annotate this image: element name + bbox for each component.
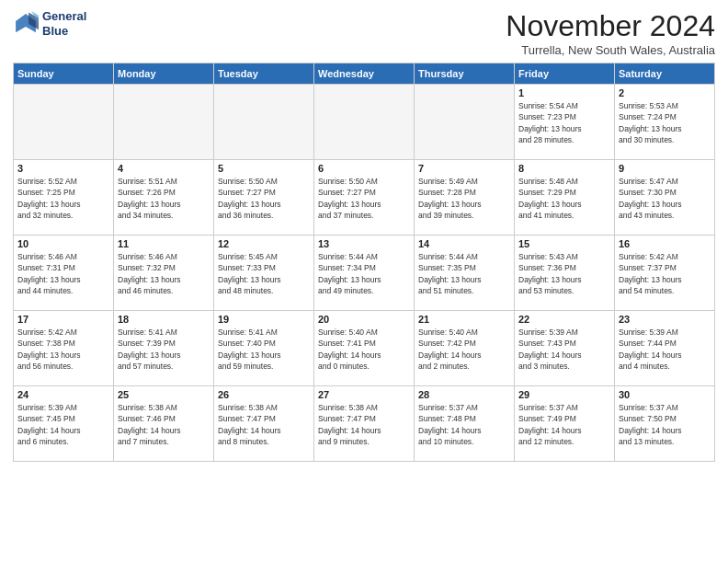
col-header-monday: Monday xyxy=(114,63,214,85)
day-cell: 21Sunrise: 5:40 AMSunset: 7:42 PMDayligh… xyxy=(415,311,515,386)
day-number: 18 xyxy=(118,314,210,325)
day-cell: 15Sunrise: 5:43 AMSunset: 7:36 PMDayligh… xyxy=(515,236,615,311)
day-cell: 8Sunrise: 5:48 AMSunset: 7:29 PMDaylight… xyxy=(515,160,615,236)
day-cell xyxy=(314,85,415,160)
day-number: 29 xyxy=(518,389,610,400)
week-row-3: 10Sunrise: 5:46 AMSunset: 7:31 PMDayligh… xyxy=(14,236,715,311)
week-row-5: 24Sunrise: 5:39 AMSunset: 7:45 PMDayligh… xyxy=(14,386,715,462)
page: General Blue November 2024 Turrella, New… xyxy=(0,0,728,563)
subtitle: Turrella, New South Wales, Australia xyxy=(506,43,715,57)
day-info: Sunrise: 5:46 AMSunset: 7:32 PMDaylight:… xyxy=(118,251,210,296)
day-number: 12 xyxy=(218,238,310,249)
day-number: 13 xyxy=(318,238,410,249)
day-number: 25 xyxy=(118,389,210,400)
day-info: Sunrise: 5:37 AMSunset: 7:50 PMDaylight:… xyxy=(619,402,711,447)
day-number: 14 xyxy=(418,238,510,249)
day-info: Sunrise: 5:54 AMSunset: 7:23 PMDaylight:… xyxy=(518,100,610,145)
day-cell: 18Sunrise: 5:41 AMSunset: 7:39 PMDayligh… xyxy=(114,311,214,386)
day-cell: 19Sunrise: 5:41 AMSunset: 7:40 PMDayligh… xyxy=(214,311,314,386)
col-header-tuesday: Tuesday xyxy=(214,63,314,85)
day-cell: 5Sunrise: 5:50 AMSunset: 7:27 PMDaylight… xyxy=(214,160,314,236)
day-number: 26 xyxy=(218,389,310,400)
day-cell xyxy=(114,85,214,160)
day-number: 8 xyxy=(518,163,610,174)
day-info: Sunrise: 5:41 AMSunset: 7:40 PMDaylight:… xyxy=(218,327,310,372)
day-number: 9 xyxy=(619,163,711,174)
day-cell: 16Sunrise: 5:42 AMSunset: 7:37 PMDayligh… xyxy=(615,236,715,311)
day-info: Sunrise: 5:47 AMSunset: 7:30 PMDaylight:… xyxy=(619,176,711,221)
day-info: Sunrise: 5:38 AMSunset: 7:47 PMDaylight:… xyxy=(318,402,410,447)
day-cell: 11Sunrise: 5:46 AMSunset: 7:32 PMDayligh… xyxy=(114,236,214,311)
day-number: 4 xyxy=(118,163,210,174)
day-number: 1 xyxy=(518,87,610,98)
header: General Blue November 2024 Turrella, New… xyxy=(13,9,715,57)
day-info: Sunrise: 5:42 AMSunset: 7:37 PMDaylight:… xyxy=(619,251,711,296)
day-number: 23 xyxy=(619,314,711,325)
day-cell: 13Sunrise: 5:44 AMSunset: 7:34 PMDayligh… xyxy=(314,236,415,311)
day-cell: 22Sunrise: 5:39 AMSunset: 7:43 PMDayligh… xyxy=(515,311,615,386)
day-cell: 20Sunrise: 5:40 AMSunset: 7:41 PMDayligh… xyxy=(314,311,415,386)
logo-text: General Blue xyxy=(42,9,86,38)
day-cell: 30Sunrise: 5:37 AMSunset: 7:50 PMDayligh… xyxy=(615,386,715,462)
col-header-sunday: Sunday xyxy=(14,63,114,85)
day-cell: 4Sunrise: 5:51 AMSunset: 7:26 PMDaylight… xyxy=(114,160,214,236)
day-info: Sunrise: 5:39 AMSunset: 7:44 PMDaylight:… xyxy=(619,327,711,372)
day-cell: 14Sunrise: 5:44 AMSunset: 7:35 PMDayligh… xyxy=(415,236,515,311)
day-info: Sunrise: 5:39 AMSunset: 7:45 PMDaylight:… xyxy=(17,402,109,447)
day-number: 24 xyxy=(17,389,109,400)
day-number: 6 xyxy=(318,163,410,174)
day-info: Sunrise: 5:37 AMSunset: 7:48 PMDaylight:… xyxy=(418,402,510,447)
col-header-friday: Friday xyxy=(515,63,615,85)
day-info: Sunrise: 5:42 AMSunset: 7:38 PMDaylight:… xyxy=(17,327,109,372)
day-cell: 28Sunrise: 5:37 AMSunset: 7:48 PMDayligh… xyxy=(415,386,515,462)
day-number: 30 xyxy=(619,389,711,400)
day-info: Sunrise: 5:52 AMSunset: 7:25 PMDaylight:… xyxy=(17,176,109,221)
day-cell: 2Sunrise: 5:53 AMSunset: 7:24 PMDaylight… xyxy=(615,85,715,160)
logo-icon xyxy=(13,11,39,37)
header-row: SundayMondayTuesdayWednesdayThursdayFrid… xyxy=(14,63,715,85)
logo-line2: Blue xyxy=(42,24,86,39)
day-number: 21 xyxy=(418,314,510,325)
day-number: 17 xyxy=(17,314,109,325)
day-number: 15 xyxy=(518,238,610,249)
day-number: 2 xyxy=(619,87,711,98)
day-info: Sunrise: 5:51 AMSunset: 7:26 PMDaylight:… xyxy=(118,176,210,221)
day-cell: 7Sunrise: 5:49 AMSunset: 7:28 PMDaylight… xyxy=(415,160,515,236)
col-header-wednesday: Wednesday xyxy=(314,63,415,85)
day-info: Sunrise: 5:50 AMSunset: 7:27 PMDaylight:… xyxy=(218,176,310,221)
day-cell: 26Sunrise: 5:38 AMSunset: 7:47 PMDayligh… xyxy=(214,386,314,462)
day-info: Sunrise: 5:44 AMSunset: 7:34 PMDaylight:… xyxy=(318,251,410,296)
day-number: 27 xyxy=(318,389,410,400)
day-info: Sunrise: 5:44 AMSunset: 7:35 PMDaylight:… xyxy=(418,251,510,296)
logo-line1: General xyxy=(42,9,86,24)
day-cell: 27Sunrise: 5:38 AMSunset: 7:47 PMDayligh… xyxy=(314,386,415,462)
day-info: Sunrise: 5:38 AMSunset: 7:47 PMDaylight:… xyxy=(218,402,310,447)
day-cell xyxy=(415,85,515,160)
day-cell xyxy=(14,85,114,160)
month-title: November 2024 xyxy=(506,9,715,43)
day-info: Sunrise: 5:46 AMSunset: 7:31 PMDaylight:… xyxy=(17,251,109,296)
day-cell: 6Sunrise: 5:50 AMSunset: 7:27 PMDaylight… xyxy=(314,160,415,236)
logo: General Blue xyxy=(13,9,86,38)
week-row-1: 1Sunrise: 5:54 AMSunset: 7:23 PMDaylight… xyxy=(14,85,715,160)
day-cell: 29Sunrise: 5:37 AMSunset: 7:49 PMDayligh… xyxy=(515,386,615,462)
day-info: Sunrise: 5:43 AMSunset: 7:36 PMDaylight:… xyxy=(518,251,610,296)
day-number: 10 xyxy=(17,238,109,249)
day-number: 11 xyxy=(118,238,210,249)
day-cell xyxy=(214,85,314,160)
title-block: November 2024 Turrella, New South Wales,… xyxy=(506,9,715,57)
day-number: 19 xyxy=(218,314,310,325)
day-info: Sunrise: 5:40 AMSunset: 7:41 PMDaylight:… xyxy=(318,327,410,372)
day-cell: 17Sunrise: 5:42 AMSunset: 7:38 PMDayligh… xyxy=(14,311,114,386)
day-cell: 25Sunrise: 5:38 AMSunset: 7:46 PMDayligh… xyxy=(114,386,214,462)
col-header-thursday: Thursday xyxy=(415,63,515,85)
day-number: 28 xyxy=(418,389,510,400)
day-info: Sunrise: 5:48 AMSunset: 7:29 PMDaylight:… xyxy=(518,176,610,221)
day-number: 3 xyxy=(17,163,109,174)
week-row-2: 3Sunrise: 5:52 AMSunset: 7:25 PMDaylight… xyxy=(14,160,715,236)
day-info: Sunrise: 5:39 AMSunset: 7:43 PMDaylight:… xyxy=(518,327,610,372)
day-number: 20 xyxy=(318,314,410,325)
calendar-table: SundayMondayTuesdayWednesdayThursdayFrid… xyxy=(13,63,715,462)
day-number: 7 xyxy=(418,163,510,174)
day-cell: 3Sunrise: 5:52 AMSunset: 7:25 PMDaylight… xyxy=(14,160,114,236)
